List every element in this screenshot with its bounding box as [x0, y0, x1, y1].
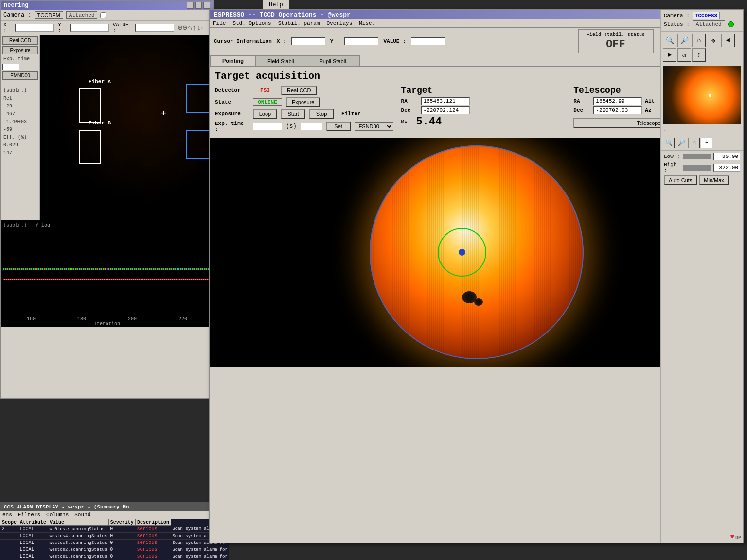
crosshair: +: [161, 109, 166, 119]
fiber-b-label: Fiber B: [89, 120, 111, 126]
alarm-table-row: LOCAL westcs2.scanningStatus 0 serious S…: [0, 546, 230, 553]
main-espresso-window: ESPRESSO -- TCCD Operations - @wespr Hel…: [209, 9, 744, 543]
cursor-y-input[interactable]: [344, 37, 378, 45]
zoom-out-icon[interactable]: 🔎: [677, 34, 691, 47]
graph-subtr-label: (subtr.) Y log: [3, 223, 50, 228]
val2: -467: [2, 111, 38, 117]
bottom-graph: (subtr.) Y log 160 180 200 220 Iteration: [1, 220, 213, 327]
left-ccd-panel: neering Camera : TCCDEM Attached X : Y :…: [0, 0, 214, 399]
help-button-top[interactable]: Help: [263, 0, 289, 10]
low-label: Low :: [664, 154, 681, 159]
tele-alt-label: Alt: [645, 98, 662, 104]
graph-x-axis: [1, 312, 213, 312]
minmax-btn[interactable]: Min/Max: [699, 175, 729, 185]
alarm-loc: LOCAL: [18, 526, 48, 533]
alarm-scope: 2: [0, 526, 18, 533]
flip-icon[interactable]: ↕: [692, 48, 706, 62]
rotate-icon[interactable]: ↺: [677, 48, 691, 62]
exp-time-value[interactable]: 1.38: [2, 64, 19, 70]
arrow-left-icon[interactable]: ◄: [721, 34, 735, 47]
real-ccd-btn-main[interactable]: Real CCD: [281, 86, 317, 95]
blue-box-2: [186, 130, 211, 159]
alarm-attr: westcs1.scanningStatus: [48, 553, 109, 560]
green-led: [728, 21, 734, 27]
autocuts-btn[interactable]: Auto Cuts: [664, 175, 697, 185]
high-row: High : 322.00: [664, 162, 740, 174]
alarm-menu-ens[interactable]: ens: [2, 512, 12, 518]
fiber-b-box: [79, 130, 101, 164]
cam-status-row: Status : Attached: [664, 20, 740, 28]
val3: -1.4e+03: [2, 119, 38, 125]
pan-icon[interactable]: ✥: [707, 34, 720, 47]
nav-icons: ⊕⊖⌂↑↓←→: [178, 23, 211, 33]
real-ccd-btn[interactable]: Real CCD: [2, 36, 38, 45]
start-btn[interactable]: Start: [281, 109, 305, 119]
filter-select[interactable]: FSND30: [355, 122, 393, 131]
high-val: 322.00: [713, 164, 740, 172]
preview-area: [663, 66, 741, 124]
alarm-loc: LOCAL: [18, 553, 48, 560]
menu-stabil-param[interactable]: Stabil. param: [278, 20, 320, 26]
alarm-scope: [0, 553, 18, 560]
menu-file[interactable]: File: [213, 20, 226, 26]
attached-checkbox[interactable]: [100, 12, 106, 18]
arrow-right-icon[interactable]: ►: [663, 48, 676, 62]
alarm-table-row: 2 LOCAL wt0tcs.scanningStatus 0 serious …: [0, 526, 230, 533]
zoom-in-icon[interactable]: 🔍: [663, 34, 676, 47]
target-ra-val: 165453.121: [421, 97, 470, 105]
tab-pointing[interactable]: Pointing: [210, 55, 256, 66]
eff-label: Eff. (%): [2, 134, 38, 140]
target-dec-val: -220702.124: [421, 106, 470, 114]
low-val: 90.00: [713, 153, 740, 160]
alarm-attr: westcs2.scanningStatus: [48, 546, 109, 553]
menu-std-options[interactable]: Std. Options: [232, 20, 271, 26]
cursor-value-input[interactable]: [411, 37, 445, 45]
tab-field-stabil[interactable]: Field Stabil.: [255, 55, 307, 66]
alarm-loc: LOCAL: [18, 546, 48, 553]
x-input[interactable]: [15, 24, 54, 32]
cam-name-row: Camera : TCCDFS3: [664, 12, 740, 19]
emnd-btn[interactable]: EMND00: [2, 71, 38, 80]
small-indicator: ·: [661, 126, 743, 136]
zoom-minus-btn[interactable]: 🔎: [676, 138, 687, 148]
y-input[interactable]: [70, 24, 109, 32]
menu-overlays[interactable]: Overlays: [326, 20, 352, 26]
alarm-val: 0: [108, 526, 135, 533]
tccdem-btn[interactable]: TCCDEM: [35, 11, 63, 19]
exposure-btn-main[interactable]: Exposure: [286, 97, 320, 107]
cursor-x-input[interactable]: [291, 37, 325, 45]
maximize-btn[interactable]: [195, 2, 202, 9]
loop-btn[interactable]: Loop: [253, 109, 277, 119]
tab-pupil-stabil[interactable]: Pupil Stabil.: [307, 55, 359, 66]
target-ra-row: RA 165453.121: [401, 97, 566, 105]
exp-time-label: Exp. time: [2, 56, 38, 62]
iteration-label: Iteration: [94, 321, 120, 327]
alarm-menu-columns[interactable]: Columns: [46, 512, 69, 518]
zoom-plus-btn[interactable]: 🔍: [663, 138, 675, 148]
home-zoom-btn[interactable]: ⌂: [688, 138, 700, 148]
exptime-value[interactable]: 0.10: [301, 122, 322, 130]
alarm-menu-sound[interactable]: Sound: [74, 512, 90, 518]
alarm-desc: Scan system alarm for device , chec: [171, 546, 229, 553]
exposure-btn-left[interactable]: Exposure: [2, 46, 38, 54]
y-label: Y :: [58, 22, 66, 34]
field-stabil-value: OFF: [587, 38, 645, 51]
value-input[interactable]: [135, 24, 174, 32]
set-btn[interactable]: Set: [326, 122, 351, 131]
minimize-btn[interactable]: [187, 2, 194, 9]
stop-btn[interactable]: Stop: [309, 109, 334, 119]
blue-dot-target: [459, 249, 465, 256]
left-coords: X : Y : VALUE : ⊕⊖⌂↑↓←→: [1, 21, 213, 35]
acq-main-layout: Detector FS3 Real CCD State ONLINE Expos…: [215, 86, 738, 134]
alarm-bar: CCS ALARM DISPLAY - wespr - (Summary Mo.…: [0, 502, 214, 560]
value-label: VALUE :: [113, 22, 131, 34]
menu-misc[interactable]: Misc.: [359, 20, 375, 26]
target-ra-label: RA: [401, 98, 418, 104]
mv-label: Mv: [401, 119, 408, 125]
fiber-a-box: [79, 88, 101, 122]
exptime-input[interactable]: [253, 122, 282, 130]
close-btn[interactable]: [203, 2, 210, 9]
home-icon[interactable]: ⌂: [692, 34, 706, 47]
alarm-menu-filters[interactable]: Filters: [18, 512, 40, 518]
alarm-table-row: LOCAL westcs3.scanningStatus 0 serious S…: [0, 540, 230, 546]
